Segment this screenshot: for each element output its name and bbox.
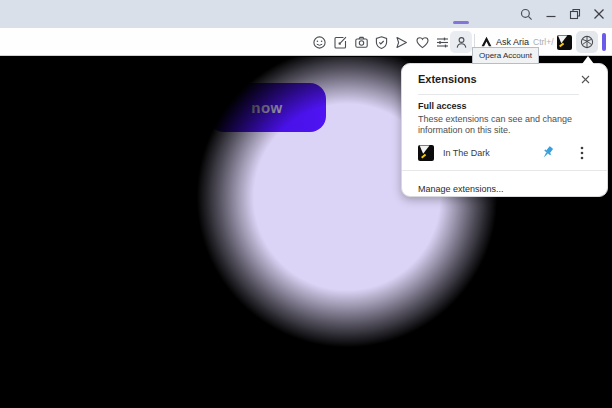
full-access-description: These extensions can see and change info… [418, 114, 586, 137]
shield-check-icon[interactable] [371, 32, 391, 52]
emoji-icon[interactable] [309, 32, 329, 52]
extension-row[interactable]: In The Dark [402, 137, 607, 170]
camera-icon[interactable] [351, 32, 371, 52]
page-cta-button[interactable]: now [208, 83, 326, 132]
opera-account-tooltip: Opera Account [472, 47, 539, 64]
heart-icon[interactable] [412, 32, 432, 52]
tune-icon[interactable] [432, 32, 452, 52]
page-cta-label: now [251, 99, 283, 116]
close-window-button[interactable] [589, 4, 609, 24]
titlebar [0, 0, 612, 28]
edit-icon[interactable] [330, 32, 350, 52]
tooltip-text: Opera Account [479, 51, 532, 60]
ask-aria-label: Ask Aria [496, 37, 529, 47]
in-the-dark-extension-icon [418, 145, 434, 161]
restore-button[interactable] [565, 4, 585, 24]
ask-aria-shortcut: Ctrl+/ [533, 37, 554, 47]
full-access-heading: Full access [418, 101, 591, 111]
pin-icon[interactable] [538, 144, 556, 162]
close-icon[interactable] [577, 71, 593, 87]
full-access-section: Full access These extensions can see and… [402, 95, 607, 137]
sidebar-indicator-bar[interactable] [602, 33, 606, 51]
popup-anchor-caret [582, 56, 594, 64]
profile-button[interactable] [450, 31, 472, 53]
extensions-popup-header: Extensions [402, 64, 607, 94]
search-icon[interactable] [516, 4, 536, 24]
extensions-popup: Extensions Full access These extensions … [401, 63, 608, 197]
extensions-popup-title: Extensions [418, 73, 477, 85]
kebab-menu-icon[interactable] [573, 144, 591, 162]
extension-name: In The Dark [443, 148, 538, 158]
minimize-button[interactable] [541, 4, 561, 24]
manage-extensions-link: Manage extensions... [418, 184, 504, 194]
in-the-dark-toolbar-icon[interactable] [554, 32, 574, 52]
send-icon[interactable] [391, 32, 411, 52]
extensions-button[interactable] [576, 31, 598, 53]
manage-extensions-row[interactable]: Manage extensions... [402, 171, 607, 198]
profile-active-underline [453, 21, 469, 24]
